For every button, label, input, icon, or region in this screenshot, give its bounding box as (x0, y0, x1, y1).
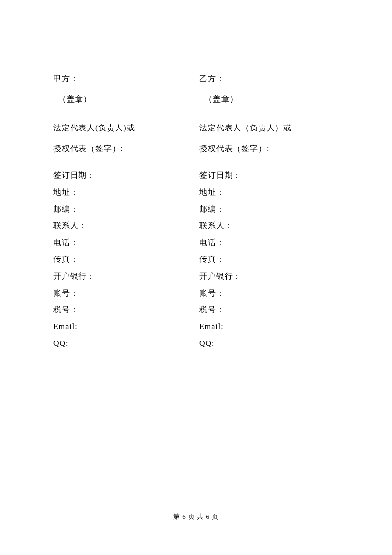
party-b-tax: 税号： (199, 301, 348, 318)
party-b-postcode: 邮编： (199, 201, 348, 217)
party-b-contact: 联系人： (199, 217, 348, 234)
party-a-fax: 传真： (53, 251, 199, 268)
spacer (53, 159, 199, 167)
party-a-sign-date: 签订日期： (53, 167, 199, 184)
party-a-postcode: 邮编： (53, 201, 199, 217)
party-b-label: 乙方： (199, 68, 348, 89)
signature-columns: 甲方： （盖章） 法定代表人(负责人)或 授权代表（签字）: 签订日期： 地址：… (53, 68, 348, 352)
party-b-rep-line1: 法定代表人（负责人）或 (199, 118, 348, 138)
party-a-label: 甲方： (53, 68, 199, 89)
party-b-column: 乙方： （盖章） 法定代表人（负责人）或 授权代表（签字）: 签订日期： 地址：… (199, 68, 348, 352)
party-a-address: 地址： (53, 184, 199, 201)
party-b-phone: 电话： (199, 234, 348, 251)
party-b-seal: （盖章） (199, 89, 348, 110)
party-b-rep-line2: 授权代表（签字）: (199, 138, 348, 159)
party-b-bank: 开户银行： (199, 268, 348, 285)
party-a-seal: （盖章） (53, 89, 199, 110)
party-b-account: 账号： (199, 285, 348, 301)
party-a-account: 账号： (53, 285, 199, 301)
spacer (199, 110, 348, 118)
page-content: 甲方： （盖章） 法定代表人(负责人)或 授权代表（签字）: 签订日期： 地址：… (0, 0, 392, 352)
party-b-qq: QQ: (199, 335, 348, 352)
party-a-qq: QQ: (53, 335, 199, 352)
party-b-sign-date: 签订日期： (199, 167, 348, 184)
party-a-rep-line2: 授权代表（签字）: (53, 138, 199, 159)
party-b-email: Email: (199, 318, 348, 335)
page-footer: 第 6 页 共 6 页 (0, 512, 392, 521)
party-a-column: 甲方： （盖章） 法定代表人(负责人)或 授权代表（签字）: 签订日期： 地址：… (53, 68, 199, 352)
party-a-tax: 税号： (53, 301, 199, 318)
party-b-fax: 传真： (199, 251, 348, 268)
party-a-phone: 电话： (53, 234, 199, 251)
party-a-email: Email: (53, 318, 199, 335)
party-b-address: 地址： (199, 184, 348, 201)
party-a-contact: 联系人： (53, 217, 199, 234)
party-a-bank: 开户银行： (53, 268, 199, 285)
party-a-rep-line1: 法定代表人(负责人)或 (53, 118, 199, 138)
spacer (53, 110, 199, 118)
spacer (199, 159, 348, 167)
